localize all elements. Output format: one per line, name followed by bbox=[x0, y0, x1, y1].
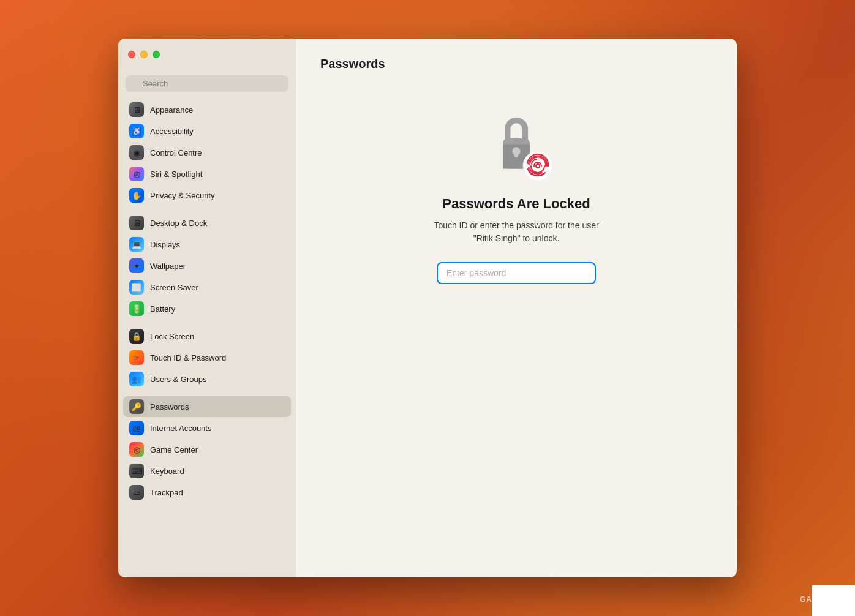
sidebar-divider-after-battery bbox=[123, 320, 291, 326]
sidebar-label-gamecenter: Game Center bbox=[150, 445, 198, 454]
sidebar-label-internet: Internet Accounts bbox=[150, 424, 211, 433]
sidebar-item-battery[interactable]: 🔋 Battery bbox=[123, 298, 291, 319]
sidebar-item-control[interactable]: ◉ Control Centre bbox=[123, 142, 291, 163]
sidebar-label-lockscreen: Lock Screen bbox=[150, 332, 194, 341]
sidebar-icon-battery: 🔋 bbox=[129, 301, 144, 316]
sidebar-icon-accessibility: ♿ bbox=[129, 124, 144, 138]
sidebar-item-internet[interactable]: @ Internet Accounts bbox=[123, 418, 291, 438]
sidebar-item-gamecenter[interactable]: ◎ Game Center bbox=[123, 439, 291, 460]
sidebar-label-siri: Siri & Spotlight bbox=[150, 170, 202, 179]
sidebar-label-privacy: Privacy & Security bbox=[150, 191, 214, 200]
sidebar-item-siri[interactable]: ◎ Siri & Spotlight bbox=[123, 163, 291, 184]
search-wrapper: 🔍 bbox=[126, 75, 288, 92]
sidebar-icon-appearance: 🖥 bbox=[129, 102, 144, 117]
sidebar-icon-wallpaper: ✦ bbox=[129, 258, 144, 273]
sidebar-icon-passwords: 🔑 bbox=[129, 399, 144, 414]
sidebar-icon-internet: @ bbox=[129, 421, 144, 435]
sidebar-label-keyboard: Keyboard bbox=[150, 467, 184, 476]
sidebar-divider-after-privacy bbox=[123, 206, 291, 212]
sidebar-icon-touchid: ☞ bbox=[129, 350, 144, 365]
sidebar-label-appearance: Appearance bbox=[150, 105, 193, 115]
sidebar-item-accessibility[interactable]: ♿ Accessibility bbox=[123, 121, 291, 141]
maximize-button[interactable] bbox=[153, 51, 160, 58]
sidebar-label-users: Users & Groups bbox=[150, 375, 206, 384]
description-line1: Touch ID or enter the password for the u… bbox=[434, 220, 598, 230]
lock-icon-container bbox=[480, 108, 553, 181]
description-line2: "Ritik Singh" to unlock. bbox=[473, 233, 560, 243]
sidebar-icon-desktop: 🖥 bbox=[129, 216, 144, 230]
sidebar-icon-displays: 💻 bbox=[129, 237, 144, 252]
fingerprint-icon bbox=[522, 151, 553, 181]
sidebar-item-users[interactable]: 👥 Users & Groups bbox=[123, 369, 291, 389]
sidebar-label-control: Control Centre bbox=[150, 148, 202, 157]
sidebar-label-desktop: Desktop & Dock bbox=[150, 219, 207, 228]
sidebar-label-wallpaper: Wallpaper bbox=[150, 261, 186, 271]
sidebar-label-trackpad: Trackpad bbox=[150, 488, 183, 497]
password-input[interactable] bbox=[437, 262, 596, 284]
sidebar-icon-keyboard: ⌨ bbox=[129, 464, 144, 478]
sidebar-item-keyboard[interactable]: ⌨ Keyboard bbox=[123, 460, 291, 481]
sidebar-icon-siri: ◎ bbox=[129, 167, 144, 181]
sidebar-icon-privacy: ✋ bbox=[129, 188, 144, 203]
sidebar-icon-trackpad: ▭ bbox=[129, 485, 144, 500]
main-content: Passwords bbox=[296, 39, 737, 577]
sidebar-label-accessibility: Accessibility bbox=[150, 127, 194, 136]
sidebar-label-battery: Battery bbox=[150, 304, 175, 314]
minimize-button[interactable] bbox=[140, 51, 148, 58]
search-input[interactable] bbox=[126, 75, 288, 92]
locked-description: Touch ID or enter the password for the u… bbox=[434, 219, 598, 245]
sidebar-icon-lockscreen: 🔒 bbox=[129, 329, 144, 344]
sidebar-item-touchid[interactable]: ☞ Touch ID & Password bbox=[123, 347, 291, 368]
sidebar-item-lockscreen[interactable]: 🔒 Lock Screen bbox=[123, 326, 291, 347]
locked-title: Passwords Are Locked bbox=[442, 196, 590, 212]
search-container: 🔍 bbox=[118, 70, 296, 99]
sidebar-item-privacy[interactable]: ✋ Privacy & Security bbox=[123, 185, 291, 206]
svg-rect-3 bbox=[514, 151, 518, 157]
app-window: 🔍 🖥 Appearance ♿ Accessibility ◉ Control… bbox=[118, 39, 737, 577]
sidebar-label-touchid: Touch ID & Password bbox=[150, 353, 226, 362]
sidebar-icon-users: 👥 bbox=[129, 372, 144, 386]
sidebar-icon-control: ◉ bbox=[129, 145, 144, 160]
sidebar-label-screensaver: Screen Saver bbox=[150, 283, 198, 292]
sidebar-item-passwords[interactable]: 🔑 Passwords bbox=[123, 396, 291, 417]
main-title-bar: Passwords bbox=[320, 57, 712, 71]
sidebar-divider-after-users bbox=[123, 390, 291, 396]
sidebar-item-wallpaper[interactable]: ✦ Wallpaper bbox=[123, 255, 291, 276]
close-button[interactable] bbox=[128, 51, 135, 58]
sidebar-item-trackpad[interactable]: ▭ Trackpad bbox=[123, 482, 291, 503]
sidebar-item-desktop[interactable]: 🖥 Desktop & Dock bbox=[123, 212, 291, 233]
sidebar-item-displays[interactable]: 💻 Displays bbox=[123, 234, 291, 255]
sidebar-item-appearance[interactable]: 🖥 Appearance bbox=[123, 99, 291, 120]
page-title: Passwords bbox=[320, 57, 385, 71]
sidebar-icon-gamecenter: ◎ bbox=[129, 442, 144, 457]
titlebar bbox=[118, 39, 296, 70]
sidebar-icon-screensaver: ⬜ bbox=[129, 280, 144, 295]
sidebar: 🔍 🖥 Appearance ♿ Accessibility ◉ Control… bbox=[118, 39, 296, 577]
sidebar-item-screensaver[interactable]: ⬜ Screen Saver bbox=[123, 277, 291, 298]
sidebar-list: 🖥 Appearance ♿ Accessibility ◉ Control C… bbox=[118, 99, 296, 577]
sidebar-label-passwords: Passwords bbox=[150, 402, 189, 411]
sidebar-label-displays: Displays bbox=[150, 240, 180, 249]
watermark: GADGETR... bbox=[800, 595, 849, 604]
